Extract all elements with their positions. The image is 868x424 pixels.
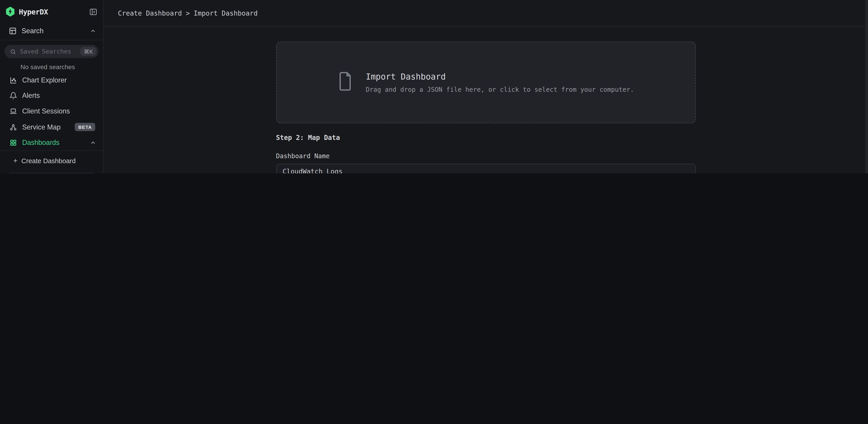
content: Import Dashboard Drag and drop a JSON fi… (103, 27, 868, 173)
saved-dashboards-input[interactable]: Saved Dashboards ⌘K (4, 173, 99, 173)
nav-label: Chart Explorer (22, 77, 96, 84)
import-dropzone[interactable]: Import Dashboard Drag and drop a JSON fi… (276, 41, 695, 123)
hierarchy-icon (9, 123, 17, 131)
nav-label: Client Sessions (22, 107, 96, 115)
chevron-up-icon[interactable] (90, 140, 96, 146)
laptop-icon (9, 107, 17, 115)
create-dashboard-button[interactable]: + Create Dashboard (0, 154, 103, 169)
breadcrumb-create-dashboard[interactable]: Create Dashboard (118, 9, 182, 17)
dashboard-name-label: Dashboard Name (276, 152, 695, 160)
search-page-icon (9, 27, 17, 35)
saved-searches-placeholder: Saved Searches (20, 48, 81, 55)
dashboard-name-input[interactable] (276, 164, 695, 173)
saved-searches-input[interactable]: Saved Searches ⌘K (4, 45, 99, 58)
step-heading: Step 2: Map Data (276, 134, 695, 141)
bell-icon (9, 92, 17, 100)
chart-explorer-icon (9, 77, 17, 84)
dropzone-subtitle: Drag and drop a JSON file here, or click… (366, 86, 634, 93)
hyperdx-logo-icon (5, 6, 15, 17)
app-title: HyperDX (19, 7, 89, 16)
divider (0, 151, 103, 151)
app-window: HyperDX Search Saved Searches ⌘K No save… (0, 0, 868, 173)
logo-row: HyperDX (0, 0, 103, 22)
sidebar-item-chart-explorer[interactable]: Chart Explorer (0, 73, 103, 88)
file-icon (337, 72, 352, 93)
shortcut-badge: ⌘K (81, 47, 96, 56)
main-area: Create Dashboard>Import Dashboard Import… (103, 0, 868, 173)
sidebar-item-client-sessions[interactable]: Client Sessions (0, 104, 103, 119)
topbar: Create Dashboard>Import Dashboard (103, 0, 868, 27)
sidebar-item-service-map[interactable]: Service Map BETA (0, 119, 103, 135)
scrollbar[interactable] (865, 0, 868, 173)
sidebar-collapse-icon[interactable] (89, 7, 97, 16)
breadcrumb-separator: > (182, 9, 194, 17)
plus-icon: + (13, 157, 18, 165)
nav-label: Alerts (22, 92, 96, 100)
nav-label: Dashboards (22, 139, 90, 147)
sidebar-item-dashboards[interactable]: Dashboards (0, 135, 103, 151)
breadcrumb-import-dashboard: Import Dashboard (194, 9, 257, 17)
grid-icon (9, 139, 17, 147)
sidebar: HyperDX Search Saved Searches ⌘K No save… (0, 0, 103, 173)
beta-badge: BETA (75, 123, 95, 132)
sidebar-item-alerts[interactable]: Alerts (0, 88, 103, 104)
create-dashboard-label: Create Dashboard (21, 157, 75, 165)
chevron-up-icon[interactable] (90, 28, 96, 34)
breadcrumb: Create Dashboard>Import Dashboard (118, 9, 257, 17)
divider (0, 40, 103, 40)
nav-label: Service Map (22, 123, 75, 131)
sidebar-item-search[interactable]: Search (0, 22, 103, 40)
dropzone-title: Import Dashboard (366, 72, 634, 81)
search-section-label: Search (22, 27, 90, 35)
search-icon (10, 48, 16, 55)
no-saved-searches-text: No saved searches (0, 58, 103, 73)
